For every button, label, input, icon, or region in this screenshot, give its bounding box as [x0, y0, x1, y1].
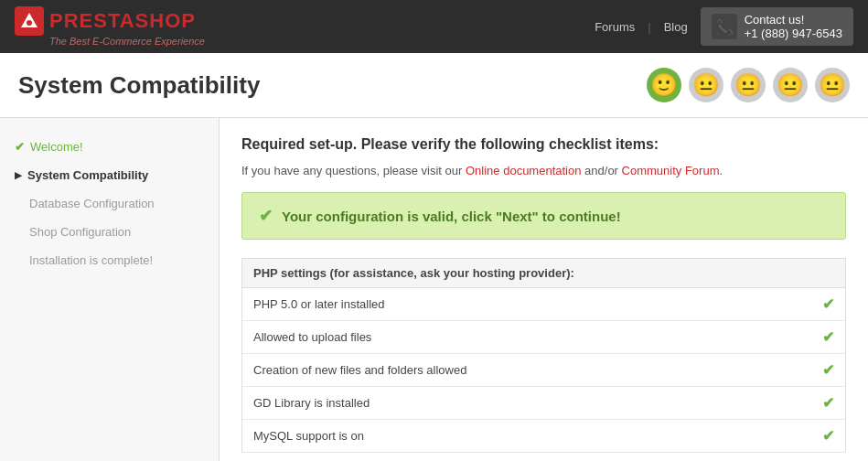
online-docs-link[interactable]: Online documentation [466, 164, 581, 177]
php-row-label: MySQL support is on [253, 429, 364, 443]
logo-icon [15, 6, 44, 36]
sidebar-shop-label: Shop Configuration [29, 225, 131, 239]
progress-step-4: 😐 [773, 68, 808, 102]
php-row-check-icon: ✔ [822, 361, 834, 379]
progress-step-1: 🙂 [647, 68, 681, 102]
contact-box: 📞 Contact us! +1 (888) 947-6543 [701, 7, 853, 46]
svg-point-1 [27, 20, 32, 26]
contact-phone: +1 (888) 947-6543 [745, 27, 842, 40]
logo-text: PRESTASHOP [15, 6, 205, 36]
php-row-label: PHP 5.0 or later installed [253, 297, 385, 311]
logo-tagline: The Best E-Commerce Experience [49, 36, 205, 47]
nav-forums[interactable]: Forums [595, 20, 635, 34]
sidebar-database-label: Database Configuration [29, 197, 155, 210]
logo-brand: PRESTASHOP [49, 9, 196, 33]
sidebar-item-complete[interactable]: Installation is complete! [0, 246, 219, 274]
sidebar-complete-label: Installation is complete! [29, 253, 153, 267]
php-settings-section: PHP settings (for assistance, ask your h… [241, 258, 846, 453]
logo-area: PRESTASHOP The Best E-Commerce Experienc… [15, 6, 205, 47]
contact-label: Contact us! [745, 13, 842, 27]
sidebar-item-shop[interactable]: Shop Configuration [0, 218, 219, 246]
php-row: Creation of new files and folders allowe… [241, 354, 846, 387]
welcome-check-icon: ✔ [15, 140, 25, 154]
progress-step-3: 😐 [731, 68, 766, 102]
php-row: MySQL support is on ✔ [241, 420, 846, 453]
sidebar-compatibility-label: System Compatibility [27, 168, 148, 182]
content-area: Required set-up. Please verify the follo… [220, 118, 868, 461]
logo-presta: PRESTA [49, 9, 135, 32]
php-row-label: Allowed to upload files [253, 330, 371, 344]
main: ✔ Welcome! ▶ System Compatibility Databa… [0, 118, 868, 461]
php-row-label: GD Library is installed [253, 396, 370, 410]
sidebar-item-compatibility[interactable]: ▶ System Compatibility [0, 161, 219, 189]
sidebar-item-welcome[interactable]: ✔ Welcome! [0, 133, 219, 161]
active-arrow-icon: ▶ [15, 170, 22, 180]
nav-divider: | [648, 20, 650, 34]
phone-icon: 📞 [712, 14, 737, 39]
progress-step-5: 😐 [815, 68, 850, 102]
php-row-check-icon: ✔ [822, 328, 834, 346]
valid-config-box: ✔ Your configuration is valid, click "Ne… [241, 192, 846, 240]
php-row-label: Creation of new files and folders allowe… [253, 363, 466, 377]
valid-message: Your configuration is valid, click "Next… [282, 209, 621, 224]
nav-blog[interactable]: Blog [664, 20, 688, 34]
php-section-header: PHP settings (for assistance, ask your h… [241, 258, 846, 288]
valid-check-icon: ✔ [259, 206, 273, 226]
sidebar-welcome-label: Welcome! [30, 140, 83, 154]
page-title: System Compatibility [18, 71, 260, 100]
php-row-check-icon: ✔ [822, 394, 834, 412]
content-subtext: If you have any questions, please visit … [241, 164, 846, 177]
php-row: GD Library is installed ✔ [241, 387, 846, 420]
subtext-suffix: . [719, 164, 723, 177]
php-row-check-icon: ✔ [822, 295, 834, 313]
page-title-bar: System Compatibility 🙂 😐 😐 😐 😐 [0, 53, 868, 118]
php-row-check-icon: ✔ [822, 427, 834, 445]
sidebar: ✔ Welcome! ▶ System Compatibility Databa… [0, 118, 220, 461]
header-nav: Forums | Blog 📞 Contact us! +1 (888) 947… [595, 7, 853, 46]
php-row: Allowed to upload files ✔ [241, 321, 846, 354]
subtext-mid: and/or [581, 164, 621, 177]
header: PRESTASHOP The Best E-Commerce Experienc… [0, 0, 868, 53]
sidebar-item-database[interactable]: Database Configuration [0, 189, 219, 218]
php-row: PHP 5.0 or later installed ✔ [241, 288, 846, 321]
php-rows-container: PHP 5.0 or later installed ✔ Allowed to … [241, 288, 846, 453]
logo-shop: SHOP [135, 9, 196, 32]
contact-info: Contact us! +1 (888) 947-6543 [745, 13, 842, 40]
progress-step-2: 😐 [689, 68, 723, 102]
community-forum-link[interactable]: Community Forum [622, 164, 720, 177]
content-heading: Required set-up. Please verify the follo… [241, 136, 846, 153]
subtext-prefix: If you have any questions, please visit … [241, 164, 466, 177]
progress-icons: 🙂 😐 😐 😐 😐 [647, 68, 850, 102]
